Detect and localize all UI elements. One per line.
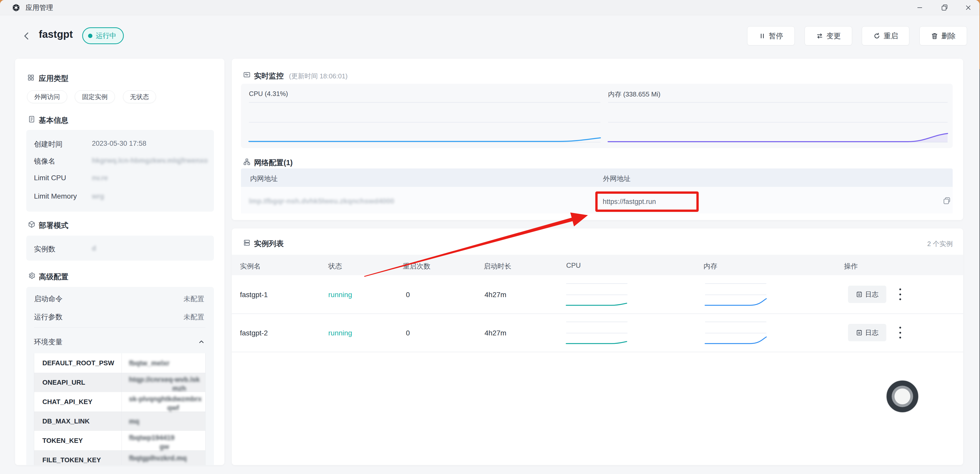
instance-name: fastgpt-2	[240, 329, 268, 337]
redacted-env-value: fbqtgplhvzkrd.mq	[129, 454, 187, 463]
env-key: CHAT_API_KEY	[42, 392, 92, 412]
chevron-up-icon[interactable]	[198, 338, 205, 345]
redacted-value: hkgrwq.lcn-hbmgzkwv.mlqjfrwenxo	[92, 156, 208, 165]
log-button[interactable]: 日志	[848, 324, 886, 341]
col-actions: 操作	[844, 262, 858, 271]
instances-icon	[243, 239, 251, 247]
env-table-divider	[121, 353, 122, 465]
back-button[interactable]	[22, 31, 31, 41]
col-external-address: 外网地址	[603, 174, 630, 183]
spark-gridline	[566, 283, 627, 284]
app-type-title: 应用类型	[39, 73, 68, 84]
row-label: Limit CPU	[34, 174, 66, 182]
row-label: 运行参数	[34, 312, 62, 322]
env-vars-title: 环境变量	[34, 337, 62, 347]
env-row: DEFAULT_ROOT_PSW	[34, 353, 205, 373]
restore-button[interactable]	[934, 0, 955, 15]
mem-gridline	[608, 122, 948, 122]
titlebar: 应用管理	[0, 0, 980, 15]
spark-gridline	[705, 294, 766, 295]
window-title: 应用管理	[25, 0, 53, 15]
delete-label: 删除	[942, 31, 956, 41]
change-label: 变更	[827, 31, 841, 41]
row-divider	[232, 313, 963, 314]
row-label: Limit Memory	[34, 192, 77, 200]
log-label: 日志	[865, 290, 878, 299]
monitor-updated: (更新时间 18:06:01)	[289, 72, 348, 81]
divider	[34, 328, 205, 328]
col-cpu: CPU	[566, 262, 581, 270]
kebab-menu[interactable]	[897, 288, 904, 300]
spark-gridline	[705, 333, 766, 333]
spark-gridline	[705, 283, 766, 284]
redacted-value: d	[92, 244, 96, 253]
deploy-mode-title: 部署模式	[39, 221, 68, 231]
pause-label: 暂停	[769, 31, 783, 41]
spark-gridline	[705, 321, 766, 322]
monitor-title: 实时监控	[254, 71, 283, 81]
network-table-header	[241, 169, 953, 187]
status-dot	[88, 34, 92, 38]
row-divider	[232, 352, 963, 352]
instance-count-label: 实例数	[34, 244, 56, 254]
instance-status: running	[328, 291, 352, 299]
redacted-env-value: sk-plvqnghtkdwzmbrxqwf	[129, 394, 202, 412]
basic-info-title: 基本信息	[39, 115, 68, 126]
status-badge: 运行中	[82, 27, 124, 44]
col-memory: 内存	[703, 262, 718, 271]
spark-gridline	[566, 294, 627, 295]
col-restarts: 重启次数	[403, 262, 430, 271]
instance-status: running	[328, 329, 352, 337]
network-title: 网络配置(1)	[254, 158, 293, 168]
col-instance-name: 实例名	[240, 262, 261, 271]
change-button[interactable]: 变更	[805, 26, 852, 45]
log-button[interactable]: 日志	[848, 286, 886, 303]
internal-address-redacted: lmp.tfbgqr-nsh.dvhk5lweu.zkqnchswd4000	[249, 197, 394, 206]
page-title: fastgpt	[39, 29, 73, 40]
instance-restarts: 0	[406, 329, 410, 337]
mem-gridline	[608, 102, 948, 103]
pause-button[interactable]: 暂停	[747, 26, 795, 45]
redacted-value: wrg	[92, 192, 104, 201]
spark-gridline	[566, 333, 627, 333]
click-indicator	[886, 380, 919, 413]
env-key: DB_MAX_LINK	[42, 412, 90, 431]
advanced-config-title: 高级配置	[39, 272, 68, 282]
mem-gridline	[608, 142, 948, 142]
charts-panel	[241, 84, 953, 148]
instances-title: 实例列表	[254, 239, 283, 249]
redacted-env-value: fbqtw_melxr	[129, 359, 170, 368]
spark-gridline	[566, 321, 627, 322]
env-key: ONEAPI_URL	[42, 373, 85, 392]
restart-button[interactable]: 重启	[862, 26, 909, 45]
mem-chart-label: 内存 (338.655 Mi)	[608, 90, 660, 99]
cpu-gridline	[249, 122, 600, 122]
env-key: TOKEN_KEY	[42, 431, 83, 450]
external-url[interactable]: https://fastgpt.run	[603, 198, 656, 206]
app-window: 应用管理 fastgpt 运行中 暂停 变更 重启 删除 应用类	[0, 0, 980, 474]
tag-item: 外网访问	[27, 91, 67, 103]
kebab-menu[interactable]	[897, 327, 904, 339]
redacted-env-value: htqp://cnrxeq-wvb.lskmzh	[129, 375, 200, 393]
cpu-gridline	[249, 142, 600, 142]
row-value: 2023-05-30 17:58	[92, 140, 146, 148]
network-icon	[243, 158, 251, 165]
redacted-env-value: fbqtwp194419gw	[129, 433, 175, 451]
instance-uptime: 4h27m	[485, 329, 506, 337]
row-value: 未配置	[176, 294, 204, 304]
tag-item: 固定实例	[75, 91, 115, 103]
delete-button[interactable]: 删除	[920, 26, 967, 45]
copy-icon[interactable]	[942, 197, 951, 205]
gear-icon	[28, 272, 35, 280]
redacted-value: nv.re	[92, 173, 108, 183]
cpu-chart-label: CPU (4.31%)	[249, 90, 288, 98]
close-button[interactable]	[958, 0, 978, 15]
status-label: 运行中	[96, 31, 116, 40]
instance-uptime: 4h27m	[485, 291, 506, 299]
monitor-icon	[243, 71, 251, 79]
minimize-button[interactable]	[910, 0, 930, 15]
external-url-highlight-box: https://fastgpt.run	[595, 191, 699, 212]
env-row: DB_MAX_LINK	[34, 412, 205, 431]
tag-item: 无状态	[123, 91, 156, 103]
col-internal-address: 内网地址	[250, 174, 278, 183]
